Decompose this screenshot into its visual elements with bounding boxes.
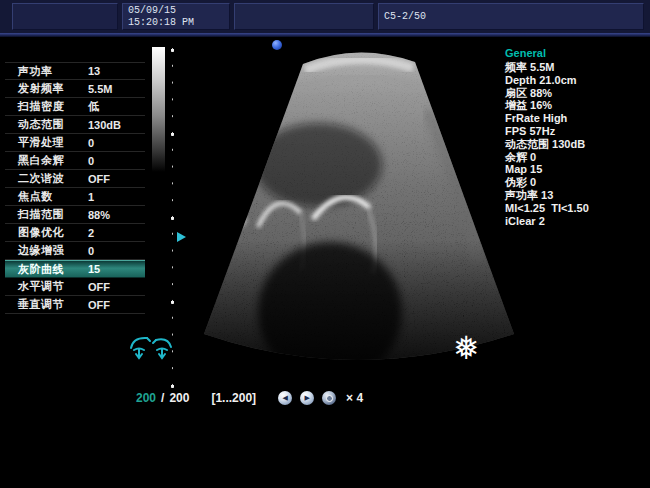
focus-position-marker-icon bbox=[177, 232, 186, 242]
step-back-button[interactable]: ◀ bbox=[278, 391, 292, 405]
param-row-second-harmonic[interactable]: 二次谐波 OFF bbox=[5, 170, 145, 188]
param-row-dynamic-range[interactable]: 动态范围 130dB bbox=[5, 116, 145, 134]
stop-button[interactable] bbox=[322, 391, 336, 405]
param-row-focus-number[interactable]: 焦点数 1 bbox=[5, 188, 145, 206]
hospital-info-box bbox=[234, 3, 374, 30]
param-row-acoustic-power[interactable]: 声功率 13 bbox=[5, 62, 145, 80]
cine-separator: / bbox=[161, 391, 164, 405]
probe-model-text: C5-2/50 bbox=[384, 11, 426, 23]
info-row-map: Map 15 bbox=[505, 163, 645, 176]
date-text: 05/09/15 bbox=[128, 5, 224, 17]
cine-current-frame: 200 bbox=[136, 391, 156, 405]
cine-frame-range: [1...200] bbox=[211, 391, 256, 405]
info-row-sector: 扇区 88% bbox=[505, 87, 645, 100]
info-row-iclear: iClear 2 bbox=[505, 215, 645, 228]
param-row-image-optimize[interactable]: 图像优化 2 bbox=[5, 224, 145, 242]
image-parameter-menu: 声功率 13 发射频率 5.5M 扫描密度 低 动态范围 130dB 平滑处理 … bbox=[5, 62, 145, 314]
info-row-gain: 增益 16% bbox=[505, 99, 645, 112]
probe-orientation-dot-icon bbox=[272, 40, 282, 50]
time-text: 15:20:18 PM bbox=[128, 17, 224, 29]
cine-total-frames: 200 bbox=[169, 391, 189, 405]
info-row-frame-rate: FrRate High bbox=[505, 112, 645, 125]
info-row-pseudo-color: 伪彩 0 bbox=[505, 176, 645, 189]
play-icon: ▶ bbox=[304, 395, 309, 402]
probe-info-box: C5-2/50 bbox=[378, 3, 644, 30]
tgc-orientation-icon bbox=[131, 338, 171, 358]
info-row-frequency: 频率 5.5M bbox=[505, 61, 645, 74]
stop-icon bbox=[326, 395, 333, 402]
info-row-mi-ti: MI<1.25 TI<1.50 bbox=[505, 202, 645, 215]
info-row-depth: Depth 21.0cm bbox=[505, 74, 645, 87]
step-back-icon: ◀ bbox=[282, 395, 287, 402]
param-row-edge-enhance[interactable]: 边缘增强 0 bbox=[5, 242, 145, 260]
info-row-persistence: 余辉 0 bbox=[505, 151, 645, 164]
topbar-bevel-line bbox=[0, 33, 650, 37]
ultrasound-screen: 05/09/15 15:20:18 PM C5-2/50 声功率 13 发射频率… bbox=[0, 0, 650, 488]
param-row-bw-persistence[interactable]: 黑白余辉 0 bbox=[5, 152, 145, 170]
param-row-horizontal-adjust[interactable]: 水平调节 OFF bbox=[5, 278, 145, 296]
cine-replay-bar: 200 / 200 [1...200] ◀ ▶ × 4 bbox=[136, 389, 363, 407]
info-row-fps: FPS 57Hz bbox=[505, 125, 645, 138]
cine-speed-multiplier: × 4 bbox=[346, 391, 363, 405]
datetime-box: 05/09/15 15:20:18 PM bbox=[122, 3, 230, 30]
cine-playback-buttons: ◀ ▶ bbox=[278, 391, 336, 405]
param-row-gray-curve-selected[interactable]: 灰阶曲线 15 bbox=[5, 260, 145, 278]
patient-info-box bbox=[12, 3, 118, 30]
depth-scale-marks bbox=[169, 48, 176, 389]
freeze-snowflake-icon: ❅ bbox=[453, 331, 480, 365]
grayscale-reference-bar bbox=[152, 47, 165, 172]
image-info-panel: General 频率 5.5M Depth 21.0cm 扇区 88% 增益 1… bbox=[505, 47, 645, 227]
param-row-vertical-adjust[interactable]: 垂直调节 OFF bbox=[5, 296, 145, 314]
preset-title: General bbox=[505, 47, 645, 59]
param-row-scan-range[interactable]: 扫描范围 88% bbox=[5, 206, 145, 224]
param-row-tx-frequency[interactable]: 发射频率 5.5M bbox=[5, 80, 145, 98]
info-row-dynamic-range: 动态范围 130dB bbox=[505, 138, 645, 151]
play-button[interactable]: ▶ bbox=[300, 391, 314, 405]
info-row-acoustic-power: 声功率 13 bbox=[505, 189, 645, 202]
top-status-bar: 05/09/15 15:20:18 PM C5-2/50 bbox=[0, 0, 650, 33]
param-row-scan-density[interactable]: 扫描密度 低 bbox=[5, 98, 145, 116]
param-row-smoothing[interactable]: 平滑处理 0 bbox=[5, 134, 145, 152]
